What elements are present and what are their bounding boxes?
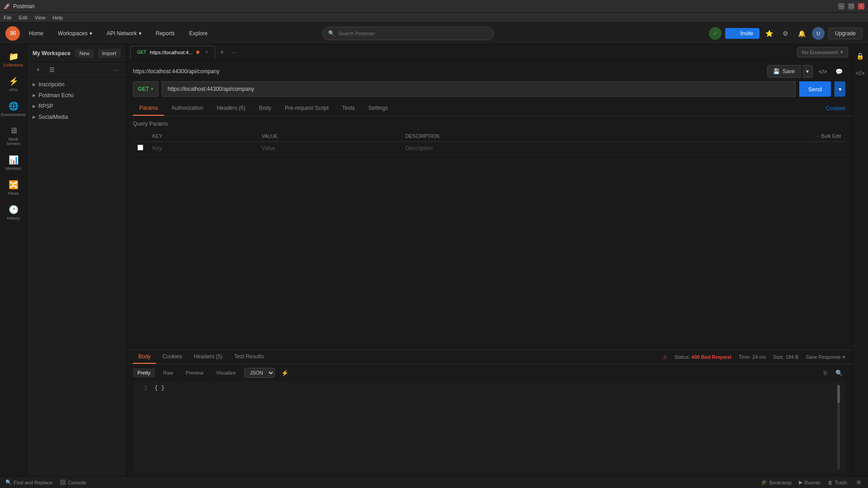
- send-button[interactable]: Send: [799, 81, 831, 97]
- save-button[interactable]: 💾 Save: [767, 65, 801, 78]
- scrollbar-handle[interactable]: [837, 385, 840, 403]
- explore-nav-button[interactable]: Explore: [184, 27, 213, 40]
- search-bar[interactable]: 🔍 Search Postman: [322, 27, 494, 40]
- params-area: Query Params KEY VALUE DESCRIPTION ··· B…: [127, 116, 852, 350]
- sidebar-item-apis[interactable]: ⚡ APIs: [2, 73, 25, 96]
- tab-tests[interactable]: Tests: [336, 101, 361, 116]
- save-dropdown-button[interactable]: ▾: [802, 65, 813, 78]
- right-tool-code-button[interactable]: </>: [854, 67, 867, 80]
- fmt-tab-pretty[interactable]: Pretty: [133, 368, 155, 377]
- editor-code-button[interactable]: </>: [816, 65, 829, 78]
- method-select[interactable]: GET ▾: [133, 81, 158, 97]
- save-response-button[interactable]: Save Response ▾: [806, 354, 845, 360]
- tab-authorization[interactable]: Authorization: [165, 101, 209, 116]
- trash-button[interactable]: 🗑 Trash: [828, 480, 847, 485]
- params-description-header: DESCRIPTION: [401, 131, 649, 142]
- tab-headers[interactable]: Headers (6): [210, 101, 251, 116]
- res-tab-headers[interactable]: Headers (5): [189, 350, 228, 364]
- collection-item-inscripcion[interactable]: ▶ Inscripción: [27, 79, 126, 90]
- restore-button[interactable]: ❐: [848, 3, 854, 9]
- environment-selector[interactable]: No Environment ▾: [797, 47, 848, 57]
- find-replace-button[interactable]: 🔍 Find and Replace: [5, 479, 52, 485]
- url-input[interactable]: [162, 81, 796, 97]
- layout-toggle-button[interactable]: ⊞: [854, 479, 863, 487]
- console-button[interactable]: ⬛ Console: [60, 479, 86, 485]
- workspace-name: My Workspace: [33, 50, 71, 56]
- sync-icon-button[interactable]: ✓: [709, 27, 722, 40]
- res-tab-body[interactable]: Body: [133, 350, 156, 364]
- bulk-edit-button[interactable]: ··· Bulk Edit: [649, 131, 845, 142]
- more-collections-icon-button[interactable]: ···: [110, 65, 121, 75]
- fmt-tab-visualize[interactable]: Visualize: [212, 368, 241, 377]
- format-select-dropdown[interactable]: JSON: [244, 368, 275, 378]
- vertical-scrollbar[interactable]: [837, 385, 840, 469]
- params-table: KEY VALUE DESCRIPTION ··· Bulk Edit Key …: [133, 131, 845, 155]
- workspaces-nav-button[interactable]: Workspaces ▾: [52, 27, 98, 40]
- filter-icon-button[interactable]: ⚡: [278, 368, 291, 378]
- description-cell[interactable]: Description: [401, 142, 649, 155]
- add-collection-icon-button[interactable]: ＋: [33, 64, 44, 75]
- sidebar-item-environments[interactable]: 🌐 Environments: [2, 98, 25, 121]
- console-icon: ⬛: [60, 479, 66, 485]
- collection-item-social-media[interactable]: ▶ SocialMedia: [27, 112, 126, 122]
- tab-body[interactable]: Body: [253, 101, 278, 116]
- invite-button[interactable]: 👤 Invite: [725, 28, 760, 39]
- env-chevron-icon: ▾: [840, 49, 843, 55]
- add-tab-button[interactable]: ＋: [216, 47, 228, 58]
- sidebar-item-mock-servers[interactable]: 🖥 Mock Servers: [2, 122, 25, 150]
- tabs-bar: GET https://localhost:4... ✕ ＋ ··· No En…: [127, 44, 852, 61]
- upgrade-button[interactable]: Upgrade: [828, 28, 863, 39]
- brand-logo: ✉: [5, 26, 20, 41]
- cookies-link[interactable]: Cookies: [826, 102, 845, 115]
- close-button[interactable]: ✕: [858, 3, 864, 9]
- copy-response-button[interactable]: ⎘: [821, 368, 830, 378]
- sidebar-item-collections[interactable]: 📁 Collections: [2, 48, 25, 71]
- menu-file[interactable]: File: [4, 15, 12, 20]
- res-tab-test-results[interactable]: Test Results: [229, 350, 269, 364]
- fmt-tab-raw[interactable]: Raw: [159, 368, 178, 377]
- bell-icon-button[interactable]: 🔔: [796, 27, 808, 40]
- sidebar-item-history[interactable]: 🕐 History: [2, 201, 25, 224]
- method-chevron-icon: ▾: [151, 87, 153, 91]
- minimize-button[interactable]: —: [838, 3, 844, 9]
- menu-bar: File Edit View Help: [0, 13, 868, 23]
- key-cell[interactable]: Key: [148, 142, 257, 155]
- settings-icon-button[interactable]: ⚙: [779, 27, 792, 40]
- search-response-button[interactable]: 🔍: [833, 368, 845, 378]
- collection-item-rpsp[interactable]: ▶ RPSP: [27, 101, 126, 112]
- import-button[interactable]: Import: [98, 49, 121, 58]
- request-tab-active[interactable]: GET https://localhost:4... ✕: [130, 46, 215, 59]
- sidebar-item-monitors[interactable]: 📊 Monitors: [2, 151, 25, 174]
- monitors-icon: 📊: [9, 155, 19, 165]
- res-tab-cookies[interactable]: Cookies: [157, 350, 187, 364]
- save-icon: 💾: [773, 68, 780, 75]
- menu-view[interactable]: View: [35, 15, 46, 20]
- filter-collections-icon-button[interactable]: ☰: [47, 65, 57, 75]
- request-area: https://localhost:44300/api/company 💾 Sa…: [127, 61, 852, 101]
- sidebar-item-flows[interactable]: 🔀 Flows: [2, 176, 25, 199]
- response-tabs: Body Cookies Headers (5) Test Results ⚠ …: [127, 350, 852, 364]
- right-tool-lock-button[interactable]: 🔒: [854, 50, 867, 62]
- star-icon-button[interactable]: ⭐: [763, 27, 776, 40]
- runner-button[interactable]: ▶ Runner: [799, 479, 821, 485]
- avatar-button[interactable]: U: [812, 27, 825, 40]
- send-dropdown-button[interactable]: ▾: [835, 81, 845, 97]
- tab-params[interactable]: Params: [133, 101, 164, 116]
- collection-item-postman-echo[interactable]: ▶ Postman Echo: [27, 90, 126, 101]
- home-nav-button[interactable]: Home: [24, 27, 49, 40]
- api-network-nav-button[interactable]: API Network ▾: [101, 27, 147, 40]
- menu-help[interactable]: Help: [52, 15, 63, 20]
- bootcamp-button[interactable]: 🎓 Bootcamp: [761, 479, 792, 485]
- fmt-tab-preview[interactable]: Preview: [181, 368, 208, 377]
- tab-prerequest[interactable]: Pre-request Script: [278, 101, 335, 116]
- comment-button[interactable]: 💬: [833, 65, 845, 78]
- tab-close-icon[interactable]: ✕: [205, 50, 208, 55]
- tab-settings[interactable]: Settings: [362, 101, 394, 116]
- new-collection-button[interactable]: New: [75, 49, 94, 58]
- row-checkbox[interactable]: [137, 145, 143, 150]
- more-tabs-button[interactable]: ···: [229, 48, 239, 56]
- value-cell[interactable]: Value: [257, 142, 401, 155]
- params-key-header: KEY: [148, 131, 257, 142]
- menu-edit[interactable]: Edit: [19, 15, 28, 20]
- reports-nav-button[interactable]: Reports: [151, 27, 180, 40]
